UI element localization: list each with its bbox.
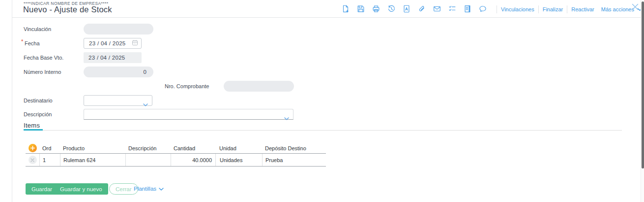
nro-comprobante-label: Nro. Comprobante <box>165 83 209 89</box>
new-document-icon[interactable] <box>341 4 350 13</box>
cell-ord: 1 <box>39 154 60 166</box>
cell-cantidad[interactable]: 40.0000 <box>171 154 215 166</box>
mas-acciones-label: Más acciones <box>601 6 634 12</box>
separator <box>538 5 539 13</box>
column-header-producto: Producto <box>60 143 125 153</box>
destinatario-label: Destinatario <box>24 98 53 103</box>
fecha-base-input: 23 / 04 / 2025 <box>84 52 142 63</box>
header-divider <box>12 17 644 18</box>
plantillas-menu[interactable]: Plantillas <box>134 186 164 192</box>
comment-icon[interactable] <box>478 4 487 13</box>
scrollbar-thumb[interactable] <box>642 1 644 168</box>
destinatario-select[interactable] <box>84 95 152 106</box>
add-row-icon[interactable] <box>29 144 37 152</box>
stock-adjustment-window: ****INDICAR NOMBRE DE EMPRESA**** Nuevo … <box>0 0 644 202</box>
delete-row-icon[interactable] <box>29 156 37 164</box>
guardar-button[interactable]: Guardar <box>26 183 58 195</box>
chevron-down-icon <box>159 186 164 192</box>
descripcion-label: Descripción <box>24 111 52 117</box>
save-icon[interactable] <box>356 4 365 13</box>
attachment-icon[interactable] <box>417 4 426 13</box>
separator <box>567 5 567 13</box>
fecha-input[interactable]: 23 / 04 / 2025 <box>84 38 142 49</box>
numero-interno-input: 0 <box>84 67 153 77</box>
toolbar <box>341 4 487 13</box>
checklist-icon[interactable] <box>448 4 457 13</box>
nro-comprobante-input <box>224 81 294 92</box>
plantillas-label: Plantillas <box>134 186 156 192</box>
column-header-ord: Ord <box>39 143 60 153</box>
tabs-divider <box>24 130 622 131</box>
required-asterisk: * <box>21 38 23 44</box>
column-header-deposito-destino: Depósito Destino <box>262 143 326 153</box>
tab-items[interactable]: Items <box>24 122 40 129</box>
cell-deposito-destino[interactable]: Prueba <box>262 154 326 166</box>
header-actions: Vinculaciones Finalizar Reactivar Más ac… <box>493 5 643 13</box>
vertical-scrollbar[interactable] <box>641 0 644 202</box>
email-icon[interactable] <box>433 4 441 13</box>
text-document-icon[interactable] <box>402 4 411 13</box>
column-header-descripcion: Descripción <box>125 143 171 153</box>
cell-descripcion[interactable] <box>125 154 171 166</box>
page-title: Nuevo - Ajuste de Stock <box>23 5 112 14</box>
column-header-cantidad: Cantidad <box>171 143 215 153</box>
fecha-value: 23 / 04 / 2025 <box>84 40 132 46</box>
close-icon[interactable] <box>631 3 640 12</box>
print-icon[interactable] <box>372 4 381 13</box>
vinculacion-input <box>84 24 153 34</box>
fecha-base-label: Fecha Base Vto. <box>24 55 63 61</box>
finalizar-link[interactable]: Finalizar <box>543 6 563 12</box>
fecha-label: Fecha <box>25 40 40 46</box>
vinculaciones-link[interactable]: Vinculaciones <box>501 6 534 12</box>
separator <box>497 5 497 13</box>
reactivar-link[interactable]: Reactivar <box>571 6 594 12</box>
column-header-unidad: Unidad <box>215 143 262 153</box>
chevron-down-icon <box>143 100 148 108</box>
history-icon[interactable] <box>387 4 396 13</box>
panel-left-border <box>12 0 12 202</box>
numero-interno-label: Número Interno <box>24 69 61 75</box>
chevron-down-icon <box>284 113 289 122</box>
descripcion-combobox[interactable] <box>84 109 293 120</box>
cell-producto[interactable]: Ruleman 624 <box>60 154 125 166</box>
tab-items-underline <box>24 129 43 131</box>
calendar-icon[interactable] <box>132 39 138 48</box>
items-table-header: Ord Producto Descripción Cantidad Unidad… <box>26 143 326 154</box>
items-table: Ord Producto Descripción Cantidad Unidad… <box>26 143 326 167</box>
guardar-y-nuevo-button[interactable]: Guardar y nuevo <box>54 183 108 195</box>
fecha-base-value: 23 / 04 / 2025 <box>84 55 142 61</box>
table-row: 1 Ruleman 624 40.0000 Unidades Prueba <box>26 154 326 167</box>
journal-icon[interactable] <box>463 4 472 13</box>
vinculacion-label: Vinculación <box>24 26 51 32</box>
cell-unidad[interactable]: Unidades <box>215 154 262 166</box>
